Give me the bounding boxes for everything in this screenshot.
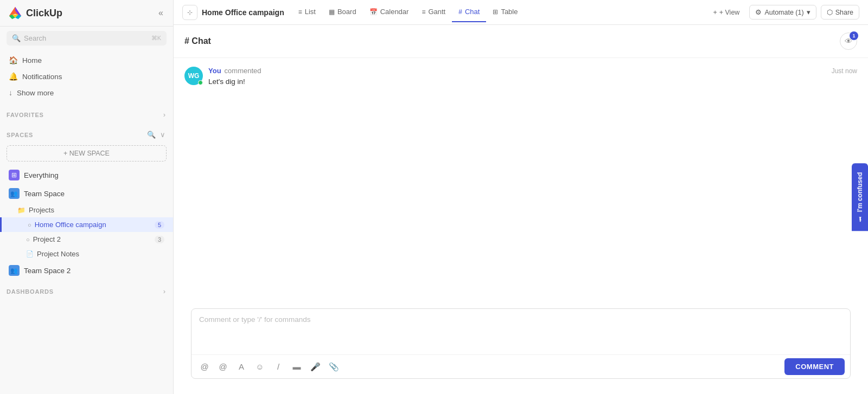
folder-more-icon[interactable]: ···: [152, 206, 158, 214]
sidebar-item-home[interactable]: 🏠 Home: [0, 52, 173, 68]
everything-icon: ⊞: [9, 170, 20, 180]
gantt-tab-icon: ≡: [422, 8, 425, 16]
screen-share-button[interactable]: ▬: [289, 359, 304, 374]
list-item-project-2[interactable]: ○ Project 2 3: [0, 232, 173, 247]
emoji-button[interactable]: ☺: [252, 359, 267, 374]
doc-icon: 📄: [26, 250, 34, 257]
gantt-tab-label: Gantt: [428, 8, 445, 16]
avatar: WG: [184, 67, 203, 85]
breadcrumb-title: Home Office campaign: [202, 8, 284, 17]
share-icon: ⬡: [827, 8, 833, 16]
everything-label: Everything: [24, 171, 59, 179]
sidebar: ClickUp « 🔍 Search ⌘K 🏠 Home 🔔 Notificat…: [0, 0, 174, 394]
message-time: Just now: [832, 67, 857, 75]
projects-folder[interactable]: 📁 Projects ··· +: [0, 203, 173, 217]
search-icon: 🔍: [12, 34, 21, 42]
automate-button[interactable]: ⚙ Automate (1) ▾: [749, 5, 816, 20]
microphone-button[interactable]: 🎤: [308, 359, 323, 374]
message-text: Let's dig in!: [208, 76, 857, 87]
add-view-button[interactable]: + + View: [707, 6, 745, 19]
chat-title: # Chat: [184, 36, 211, 46]
home-office-count: 5: [155, 221, 164, 229]
favorites-expand-button[interactable]: ›: [162, 109, 167, 120]
favorites-section-header: FAVORITES ›: [0, 106, 173, 123]
tab-calendar[interactable]: 📅 Calendar: [363, 2, 416, 22]
home-icon: 🏠: [9, 56, 18, 64]
sidebar-item-team-space[interactable]: 👥 Team Space: [0, 184, 173, 203]
confused-info-icon: ℹ: [857, 215, 864, 222]
chat-tab-icon: #: [458, 8, 462, 16]
comment-input[interactable]: [192, 309, 850, 352]
app-name: ClickUp: [26, 8, 62, 19]
chat-header: # Chat 👁 1: [174, 25, 868, 58]
confused-label: I'm confused: [856, 172, 864, 212]
chat-tab-label: Chat: [465, 8, 480, 16]
automate-icon: ⚙: [755, 8, 762, 16]
tab-list[interactable]: ≡ List: [292, 2, 322, 22]
dashboards-expand-button[interactable]: ›: [162, 286, 167, 296]
home-label: Home: [22, 56, 42, 64]
new-space-button[interactable]: + NEW SPACE: [7, 145, 167, 162]
list-item-project-notes[interactable]: 📄 Project Notes: [0, 247, 173, 261]
clickup-logo-icon: [8, 5, 23, 21]
calendar-tab-label: Calendar: [380, 8, 409, 16]
projects-folder-label: Projects: [29, 206, 54, 214]
dashboards-section-header: DASHBOARDS ›: [0, 283, 173, 300]
mention-user-button[interactable]: @: [197, 359, 212, 374]
tab-gantt[interactable]: ≡ Gantt: [415, 2, 452, 22]
home-office-label: Home Office campaign: [35, 221, 106, 229]
spaces-section-header: SPACES 🔍 ∨: [0, 126, 173, 143]
notification-bell-button[interactable]: 👁 1: [840, 33, 857, 50]
share-label: Share: [835, 9, 853, 16]
spaces-search-button[interactable]: 🔍: [146, 130, 157, 140]
comment-input-area: @ @ A ☺ / ▬ 🎤 📎 COMMENT: [191, 308, 851, 379]
at-mention-button[interactable]: @: [215, 359, 231, 374]
bell-icon: 🔔: [9, 72, 18, 81]
team-space-2-label: Team Space 2: [24, 267, 71, 275]
nav-right-actions: + + View ⚙ Automate (1) ▾ ⬡ Share: [707, 5, 859, 20]
comment-submit-button[interactable]: COMMENT: [784, 358, 845, 375]
chevron-down-icon: ↓: [9, 88, 12, 97]
spaces-label: SPACES: [7, 132, 33, 138]
folder-add-icon[interactable]: +: [160, 206, 164, 214]
comment-input-wrapper: @ @ A ☺ / ▬ 🎤 📎 COMMENT: [174, 308, 868, 394]
plus-icon: +: [713, 9, 717, 16]
slash-command-button[interactable]: /: [271, 359, 286, 374]
sidebar-item-team-space-2[interactable]: 👥 Team Space 2: [0, 261, 173, 280]
message-author: You: [208, 67, 221, 75]
list-circle-icon: ○: [28, 222, 31, 228]
board-tab-icon: ▦: [329, 8, 335, 16]
tab-board[interactable]: ▦ Board: [322, 2, 363, 22]
spaces-actions: 🔍 ∨: [146, 130, 167, 140]
sidebar-item-notifications[interactable]: 🔔 Notifications: [0, 68, 173, 85]
list-item-home-office[interactable]: ○ Home Office campaign 5: [0, 217, 173, 232]
collapse-sidebar-button[interactable]: «: [156, 6, 165, 20]
team-space-2-icon: 👥: [9, 265, 20, 276]
view-label: + View: [719, 9, 740, 16]
comment-toolbar: @ @ A ☺ / ▬ 🎤 📎 COMMENT: [192, 354, 850, 378]
sidebar-item-everything[interactable]: ⊞ Everything: [0, 166, 173, 184]
confused-button[interactable]: ℹ I'm confused: [852, 163, 868, 231]
project-2-count: 3: [155, 236, 164, 243]
notification-count-badge: 1: [850, 31, 858, 40]
show-more-label: Show more: [17, 89, 54, 97]
search-bar[interactable]: 🔍 Search ⌘K: [7, 31, 167, 46]
message-action: commented: [225, 67, 261, 75]
message-body: You commented Just now Let's dig in!: [208, 67, 857, 87]
board-tab-label: Board: [337, 8, 356, 16]
automate-label: Automate (1): [764, 9, 803, 16]
project-2-label: Project 2: [33, 235, 61, 243]
share-button[interactable]: ⬡ Share: [821, 5, 859, 20]
sidebar-header: ClickUp «: [0, 0, 173, 27]
spaces-collapse-button[interactable]: ∨: [159, 130, 167, 140]
table-tab-icon: ⊞: [493, 8, 498, 16]
list-tab-icon: ≡: [298, 8, 302, 16]
breadcrumb-icon: ⊹: [182, 5, 197, 20]
main-content: ⊹ Home Office campaign ≡ List ▦ Board 📅 …: [174, 0, 868, 394]
format-button[interactable]: A: [234, 359, 249, 374]
attach-button[interactable]: 📎: [326, 359, 341, 374]
avatar-status-indicator: [198, 80, 203, 85]
tab-chat[interactable]: # Chat: [452, 2, 486, 22]
tab-table[interactable]: ⊞ Table: [486, 2, 524, 22]
sidebar-item-show-more[interactable]: ↓ Show more: [0, 85, 173, 101]
